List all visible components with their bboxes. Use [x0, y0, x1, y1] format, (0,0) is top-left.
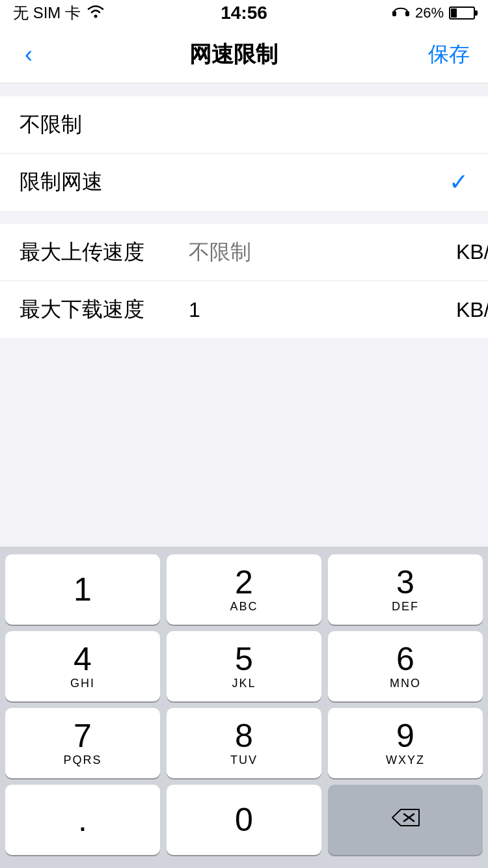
- key-8[interactable]: 8 TUV: [167, 708, 321, 778]
- key-7[interactable]: 7 PQRS: [5, 708, 160, 778]
- keyboard-row-3: 7 PQRS 8 TUV 9 WXYZ: [5, 708, 483, 778]
- back-button[interactable]: ‹: [18, 34, 39, 75]
- battery-percent: 26%: [415, 5, 444, 21]
- upload-speed-unit: KB/s: [456, 240, 488, 264]
- status-time: 14:56: [221, 3, 267, 23]
- key-0[interactable]: 0: [167, 785, 321, 855]
- svg-rect-1: [392, 11, 396, 16]
- checkmark-icon: ✓: [449, 169, 468, 196]
- battery-icon: [449, 7, 475, 20]
- option-unlimited[interactable]: 不限制: [0, 96, 488, 154]
- key-2[interactable]: 2 ABC: [167, 554, 321, 625]
- download-speed-input[interactable]: [189, 298, 450, 322]
- option-limit[interactable]: 限制网速 ✓: [0, 154, 488, 211]
- options-section: 不限制 限制网速 ✓: [0, 96, 488, 211]
- key-dot[interactable]: .: [5, 785, 160, 855]
- status-right: 26%: [392, 4, 475, 22]
- status-left: 无 SIM 卡: [13, 3, 105, 23]
- svg-point-0: [94, 15, 98, 18]
- key-5[interactable]: 5 JKL: [167, 631, 321, 701]
- key-6[interactable]: 6 MNO: [328, 631, 483, 701]
- keyboard-row-1: 1 2 ABC 3 DEF: [5, 554, 483, 625]
- key-9[interactable]: 9 WXYZ: [328, 708, 483, 778]
- keyboard: 1 2 ABC 3 DEF 4 GHI 5 JKL 6 MNO 7 PQRS: [0, 547, 488, 868]
- download-speed-label: 最大下载速度: [20, 295, 189, 324]
- carrier-label: 无 SIM 卡: [13, 3, 81, 23]
- key-3[interactable]: 3 DEF: [328, 554, 483, 625]
- key-4[interactable]: 4 GHI: [5, 631, 160, 701]
- keyboard-row-2: 4 GHI 5 JKL 6 MNO: [5, 631, 483, 701]
- fields-section: 最大上传速度 KB/s 最大下载速度 KB/s: [0, 224, 488, 338]
- svg-rect-3: [407, 12, 409, 15]
- status-bar: 无 SIM 卡 14:56 26%: [0, 0, 488, 26]
- nav-bar: ‹ 网速限制 保存: [0, 26, 488, 83]
- key-1[interactable]: 1: [5, 554, 160, 625]
- upload-speed-row: 最大上传速度 KB/s: [0, 224, 488, 281]
- page-title: 网速限制: [189, 40, 278, 70]
- download-speed-row: 最大下载速度 KB/s: [0, 281, 488, 338]
- key-delete[interactable]: [328, 785, 483, 855]
- upload-speed-label: 最大上传速度: [20, 238, 189, 267]
- option-limit-label: 限制网速: [20, 168, 103, 197]
- delete-icon: [389, 806, 422, 835]
- download-speed-unit: KB/s: [456, 298, 488, 322]
- option-unlimited-label: 不限制: [20, 111, 82, 139]
- save-button[interactable]: 保存: [428, 40, 470, 69]
- headphone-icon: [392, 4, 410, 22]
- wifi-icon: [86, 4, 105, 22]
- keyboard-row-4: . 0: [5, 785, 483, 855]
- upload-speed-input[interactable]: [189, 240, 450, 264]
